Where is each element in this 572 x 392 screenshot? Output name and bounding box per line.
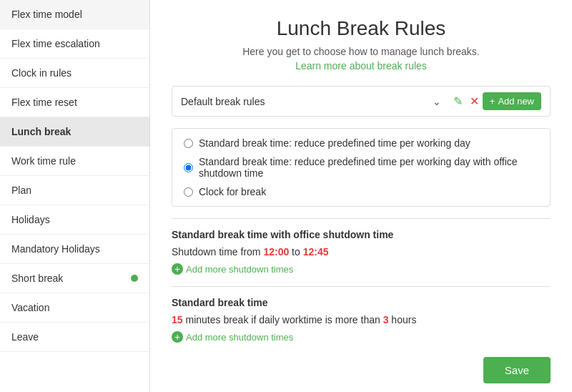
- save-button[interactable]: Save: [483, 357, 551, 383]
- sidebar-item-label-vacation: Vacation: [11, 302, 49, 313]
- sidebar-item-lunch-break[interactable]: Lunch break: [0, 117, 149, 147]
- section-standard-title: Standard break time: [172, 297, 551, 308]
- add-more-label-2: Add more shutdown times: [186, 332, 293, 343]
- sidebar: Flex time modelFlex time escalationClock…: [0, 0, 150, 392]
- break-minutes: 15: [172, 314, 183, 325]
- sidebar-item-label-work-time-rule: Work time rule: [11, 155, 76, 167]
- section-shutdown: Standard break time with office shutdown…: [172, 218, 551, 275]
- sidebar-item-short-break[interactable]: Short break: [0, 264, 149, 293]
- save-row: Save: [172, 357, 551, 383]
- radio-section: Standard break time: reduce predefined t…: [172, 128, 551, 207]
- radio-input-2[interactable]: [184, 163, 193, 172]
- sidebar-item-clock-in-rules[interactable]: Clock in rules: [0, 59, 149, 88]
- learn-link[interactable]: Learn more about break rules: [295, 60, 427, 72]
- sidebar-item-work-time-rule[interactable]: Work time rule: [0, 147, 149, 176]
- shutdown-to-time: 12:45: [303, 246, 329, 258]
- radio-label-2: Standard break time: reduce predefined t…: [199, 156, 538, 179]
- sidebar-item-label-short-break: Short break: [11, 273, 63, 284]
- sidebar-item-leave[interactable]: Leave: [0, 323, 149, 352]
- section-standard: Standard break time 15 minutes break if …: [172, 286, 551, 343]
- sidebar-item-mandatory-holidays[interactable]: Mandatory Holidays: [0, 235, 149, 264]
- sidebar-item-label-mandatory-holidays: Mandatory Holidays: [11, 243, 100, 255]
- sidebar-item-flex-time-model[interactable]: Flex time model: [0, 0, 149, 29]
- delete-button[interactable]: ✕: [466, 93, 483, 109]
- break-description-mid: minutes break if daily worktime is more …: [183, 314, 383, 325]
- radio-label-1: Standard break time: reduce predefined t…: [199, 137, 470, 149]
- section-shutdown-title: Standard break time with office shutdown…: [172, 229, 551, 240]
- add-new-label: Add new: [498, 96, 534, 107]
- sidebar-item-holidays[interactable]: Holidays: [0, 205, 149, 235]
- sidebar-item-label-leave: Leave: [11, 331, 39, 343]
- sidebar-item-label-holidays: Holidays: [11, 214, 50, 225]
- sidebar-item-label-clock-in-rules: Clock in rules: [11, 67, 72, 79]
- shutdown-from-time: 12:00: [263, 246, 289, 258]
- radio-label-3: Clock for break: [199, 186, 266, 197]
- learn-link-container: Learn more about break rules: [172, 60, 551, 72]
- sidebar-item-label-lunch-break: Lunch break: [11, 126, 71, 137]
- main-content: Lunch Break Rules Here you get to choose…: [150, 0, 572, 392]
- page-title: Lunch Break Rules: [172, 17, 551, 40]
- radio-option-1[interactable]: Standard break time: reduce predefined t…: [184, 137, 538, 149]
- plus-icon: +: [490, 96, 495, 107]
- shutdown-time-line: Shutdown time from 12:00 to 12:45: [172, 246, 551, 258]
- edit-button[interactable]: ✎: [450, 93, 466, 109]
- radio-option-3[interactable]: Clock for break: [184, 186, 538, 197]
- sidebar-item-vacation[interactable]: Vacation: [0, 293, 149, 323]
- sidebar-item-label-flex-time-model: Flex time model: [11, 9, 82, 20]
- sidebar-item-plan[interactable]: Plan: [0, 176, 149, 205]
- sidebar-item-flex-time-reset[interactable]: Flex time reset: [0, 88, 149, 117]
- dropdown-bar: Default break rules ⌄ ✎ ✕ + Add new: [172, 86, 551, 117]
- standard-break-line: 15 minutes break if daily worktime is mo…: [172, 314, 551, 325]
- page-subtitle: Here you get to choose how to manage lun…: [172, 46, 551, 57]
- sidebar-item-label-flex-time-reset: Flex time reset: [11, 97, 77, 108]
- shutdown-to-label: to: [289, 246, 302, 258]
- shutdown-label: Shutdown time from: [172, 246, 263, 258]
- break-description-end: hours: [388, 314, 416, 325]
- add-new-button[interactable]: + Add new: [483, 92, 541, 110]
- add-more-label-1: Add more shutdown times: [186, 264, 293, 275]
- radio-option-2[interactable]: Standard break time: reduce predefined t…: [184, 156, 538, 179]
- radio-input-1[interactable]: [184, 139, 193, 148]
- sidebar-item-flex-time-escalation[interactable]: Flex time escalation: [0, 29, 149, 59]
- add-more-shutdown-button-1[interactable]: + Add more shutdown times: [172, 263, 293, 275]
- status-dot-short-break: [131, 275, 138, 282]
- plus-icon-2: +: [172, 331, 183, 343]
- sidebar-item-label-plan: Plan: [11, 185, 31, 196]
- add-more-shutdown-button-2[interactable]: + Add more shutdown times: [172, 331, 293, 343]
- chevron-down-icon[interactable]: ⌄: [433, 96, 441, 107]
- sidebar-item-label-flex-time-escalation: Flex time escalation: [11, 38, 100, 49]
- radio-input-3[interactable]: [184, 187, 193, 197]
- dropdown-label: Default break rules: [181, 96, 433, 107]
- plus-icon-1: +: [172, 263, 183, 275]
